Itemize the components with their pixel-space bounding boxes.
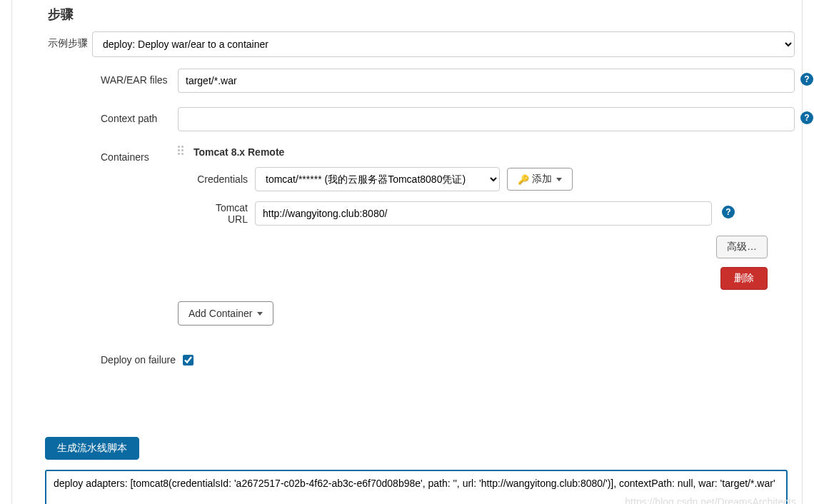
context-path-label: Context path [101,107,178,124]
deploy-on-failure-checkbox[interactable] [183,355,194,366]
sample-step-select[interactable]: deploy: Deploy war/ear to a container [92,31,795,57]
war-ear-row: WAR/EAR files ? [101,69,795,93]
deploy-on-failure-label: Deploy on failure [101,354,176,366]
tomcat-url-row: Tomcat URL ? [196,201,795,226]
credentials-row: Credentials tomcat/****** (我的云服务器Tomcat8… [196,167,795,191]
script-output[interactable] [45,470,788,504]
advanced-button[interactable]: 高级… [716,236,768,258]
tomcat-url-input[interactable] [255,201,712,226]
war-ear-input[interactable] [178,69,795,93]
drag-handle-icon[interactable] [178,146,186,158]
delete-button[interactable]: 删除 [720,267,768,290]
help-icon[interactable]: ? [722,206,735,218]
context-path-input[interactable] [178,107,795,131]
credentials-label: Credentials [196,173,255,185]
chevron-down-icon [257,312,263,316]
section-title: 步骤 [48,0,802,31]
add-container-label: Add Container [189,308,253,319]
credentials-select[interactable]: tomcat/****** (我的云服务器Tomcat8080凭证) [255,167,500,191]
key-icon: 🔑 [518,174,529,185]
tomcat-url-label: Tomcat URL [196,202,255,225]
container-item: Tomcat 8.x Remote Credentials tomcat/***… [178,146,795,290]
add-credential-label: 添加 [532,173,552,186]
war-ear-label: WAR/EAR files [101,69,178,86]
sample-step-row: 示例步骤 deploy: Deploy war/ear to a contain… [48,31,802,57]
help-icon[interactable]: ? [800,73,813,86]
add-container-button[interactable]: Add Container [178,301,273,326]
generate-script-button[interactable]: 生成流水线脚本 [45,437,139,460]
containers-label: Containers [101,146,178,163]
containers-row: Containers Tomcat 8.x Remote Credentials [101,146,795,340]
sample-step-label: 示例步骤 [48,31,92,50]
help-icon[interactable]: ? [800,111,813,124]
chevron-down-icon [556,178,562,181]
add-credential-button[interactable]: 🔑 添加 [507,168,573,191]
deploy-on-failure-row: Deploy on failure [101,354,795,366]
context-path-row: Context path ? [101,107,795,131]
container-title: Tomcat 8.x Remote [194,146,284,158]
